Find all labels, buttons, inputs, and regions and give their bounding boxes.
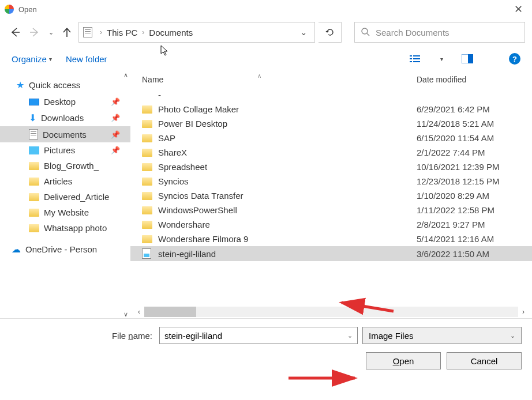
new-folder-button[interactable]: New folder: [66, 54, 107, 64]
folder-icon: [29, 224, 39, 232]
breadcrumb-dropdown[interactable]: ⌄: [297, 27, 311, 37]
filename-label: File name:: [10, 331, 155, 341]
open-button[interactable]: Open: [366, 352, 441, 369]
folder-icon: [142, 105, 152, 114]
file-row[interactable]: Wondershare Filmora 95/14/2021 12:16 AM: [130, 232, 532, 246]
sidebar-item-label: Whatsapp photo: [44, 223, 107, 233]
view-list-icon[interactable]: [407, 54, 424, 63]
view-dropdown[interactable]: ▾: [437, 56, 445, 62]
sidebar-item[interactable]: Blog_Growth_: [0, 158, 130, 173]
doc-icon: [83, 27, 93, 37]
sidebar-item[interactable]: ⬇Downloads📌: [0, 110, 130, 126]
close-icon[interactable]: ✕: [509, 3, 527, 16]
back-button[interactable]: [7, 24, 23, 40]
file-row[interactable]: SAP6/15/2020 11:54 AM: [130, 131, 532, 145]
file-row[interactable]: -: [130, 88, 532, 102]
search-placeholder: Search Documents: [376, 28, 449, 37]
help-icon[interactable]: ?: [509, 53, 520, 65]
app-icon: [5, 5, 14, 14]
sidebar-quick-access[interactable]: ★ Quick access: [0, 75, 130, 94]
file-row[interactable]: stein-egil-liland3/6/2022 11:50 AM: [130, 246, 532, 261]
breadcrumb-pc[interactable]: This PC: [106, 28, 138, 37]
sidebar-item-label: Delivered_Article: [44, 192, 109, 202]
folder-icon: [142, 206, 152, 214]
svg-rect-7: [413, 61, 420, 62]
file-row[interactable]: ShareX2/1/2022 7:44 PM: [130, 145, 532, 160]
folder-icon: [29, 209, 39, 217]
svg-line-1: [367, 33, 369, 36]
file-name: -: [158, 90, 417, 100]
scroll-right-icon[interactable]: ›: [518, 308, 529, 316]
col-name[interactable]: Name∧: [142, 75, 417, 84]
chevron-icon[interactable]: ›: [96, 28, 106, 36]
pictures-icon: [29, 146, 39, 154]
file-name: stein-egil-liland: [158, 249, 417, 259]
breadcrumb[interactable]: › This PC › Documents ⌄: [78, 22, 315, 43]
horizontal-scrollbar[interactable]: ‹ ›: [134, 307, 529, 317]
file-row[interactable]: Spreadsheet10/16/2021 12:39 PM: [130, 160, 532, 174]
sidebar-item[interactable]: Pictures📌: [0, 142, 130, 158]
titlebar: Open ✕: [0, 0, 532, 18]
sidebar-item-label: My Website: [44, 207, 89, 217]
file-row[interactable]: Syncios Data Transfer1/10/2020 8:29 AM: [130, 188, 532, 203]
file-list: -Photo Collage Maker6/29/2021 6:42 PMPow…: [130, 88, 532, 261]
pin-icon: 📌: [111, 146, 120, 154]
sort-icon: ∧: [257, 73, 261, 79]
pin-icon: 📌: [111, 97, 120, 106]
sidebar-item[interactable]: Whatsapp photo: [0, 220, 130, 236]
refresh-button[interactable]: [319, 22, 342, 43]
file-date: 5/14/2021 12:16 AM: [417, 234, 532, 244]
filter-select[interactable]: Image Files ⌄: [362, 327, 522, 344]
folder-icon: [29, 193, 39, 201]
up-button[interactable]: [59, 24, 75, 40]
file-name: Syncios: [158, 176, 417, 186]
organize-button[interactable]: Organize▾: [12, 54, 52, 64]
folder-icon: [142, 178, 152, 186]
window-title: Open: [18, 5, 509, 14]
toolbar: Organize▾ New folder ▾ ?: [0, 46, 532, 71]
breadcrumb-folder[interactable]: Documents: [148, 28, 194, 37]
filename-input[interactable]: stein-egil-liland ⌄: [159, 327, 358, 344]
folder-icon: [142, 120, 152, 128]
scroll-up-icon[interactable]: ∧: [123, 71, 128, 79]
sidebar-item-label: Blog_Growth_: [44, 161, 99, 171]
folder-icon: [29, 178, 39, 186]
file-date: 6/15/2020 11:54 AM: [417, 133, 532, 143]
file-row[interactable]: Photo Collage Maker6/29/2021 6:42 PM: [130, 102, 532, 116]
sidebar-item-label: Downloads: [41, 113, 84, 123]
star-icon: ★: [16, 80, 24, 90]
svg-point-0: [362, 28, 368, 34]
pin-icon: 📌: [111, 114, 120, 122]
sidebar-item[interactable]: Desktop📌: [0, 94, 130, 110]
scroll-down-icon[interactable]: ∨: [123, 311, 128, 318]
chevron-down-icon[interactable]: ⌄: [510, 332, 515, 339]
svg-rect-4: [410, 58, 412, 59]
chevron-down-icon[interactable]: ⌄: [347, 332, 353, 339]
file-row[interactable]: WindowsPowerShell1/11/2022 12:58 PM: [130, 203, 532, 217]
scroll-left-icon[interactable]: ‹: [134, 308, 144, 316]
scrollbar-thumb[interactable]: [144, 307, 196, 317]
sidebar-item[interactable]: My Website: [0, 205, 130, 220]
svg-rect-5: [413, 58, 420, 59]
file-row[interactable]: Wondershare2/8/2021 9:27 PM: [130, 217, 532, 232]
file-row[interactable]: Syncios12/23/2018 12:15 PM: [130, 174, 532, 188]
col-date[interactable]: Date modified: [417, 75, 532, 84]
preview-pane-icon[interactable]: [459, 54, 475, 63]
forward-button[interactable]: [27, 24, 43, 40]
sidebar-item[interactable]: Delivered_Article: [0, 189, 130, 205]
search-input[interactable]: Search Documents: [354, 22, 525, 43]
sidebar-item[interactable]: Articles: [0, 173, 130, 189]
file-row[interactable]: Power BI Desktop11/24/2018 5:21 AM: [130, 116, 532, 131]
document-icon: [29, 129, 38, 139]
folder-icon: [142, 221, 152, 229]
search-icon: [361, 27, 370, 38]
recent-dropdown[interactable]: ⌄: [46, 24, 55, 40]
file-date: 3/6/2022 11:50 AM: [417, 249, 532, 259]
folder-icon: [142, 149, 152, 157]
image-file-icon: [142, 248, 151, 259]
sidebar-item[interactable]: Documents📌: [0, 126, 130, 142]
cancel-button[interactable]: Cancel: [447, 352, 522, 369]
sidebar-onedrive[interactable]: ☁ OneDrive - Person: [0, 239, 130, 258]
file-name: Power BI Desktop: [158, 119, 417, 129]
chevron-icon[interactable]: ›: [138, 28, 148, 36]
